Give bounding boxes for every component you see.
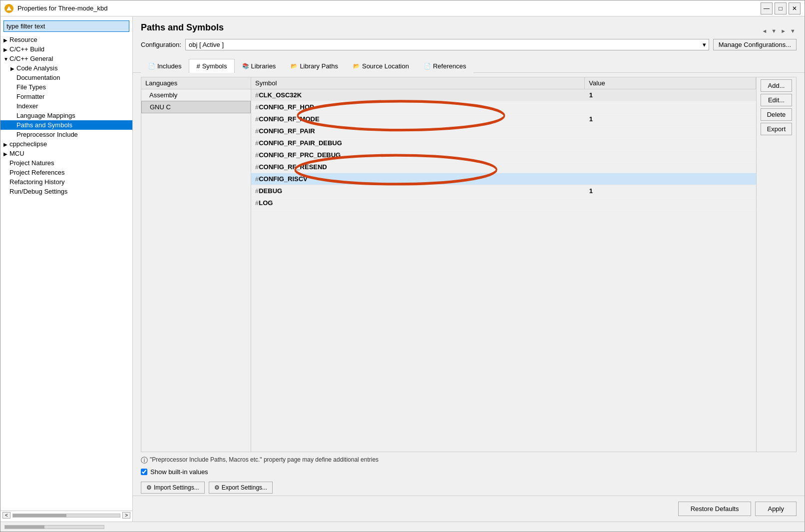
export-settings-button[interactable]: ⚙ Export Settings... (209, 482, 273, 494)
filter-input[interactable] (3, 20, 129, 32)
value-cell (585, 149, 756, 161)
status-bar (0, 522, 805, 532)
nav-back-icon[interactable]: ◄ (761, 27, 768, 35)
sidebar-item-file-types[interactable]: File Types (0, 82, 132, 92)
table-row[interactable]: #CONFIG_RF_PRC_DEBUG (251, 149, 756, 161)
nav-arrows: ◄ ▼ ► ▼ (761, 27, 797, 35)
tab-references-label: References (433, 62, 466, 70)
value-cell: 1 (585, 113, 756, 125)
languages-header: Languages (141, 77, 251, 89)
symbols-table-wrapper: Symbol Value #CLK_OSC32K 1 #CONFIG_RF (251, 77, 756, 452)
delete-button[interactable]: Delete (761, 108, 792, 121)
edit-button[interactable]: Edit... (761, 94, 792, 106)
info-text: "Preprocessor Include Paths, Macros etc.… (150, 456, 379, 463)
value-cell: 1 (585, 185, 756, 197)
config-select-wrapper[interactable]: obj [ Active ] (185, 39, 709, 50)
add-button[interactable]: Add... (761, 79, 792, 92)
table-row[interactable]: #CONFIG_RF_RESEND (251, 161, 756, 173)
tab-library-paths-label: Library Paths (300, 62, 338, 70)
sidebar-item-project-references[interactable]: Project References (0, 168, 132, 177)
info-row: ⓘ "Preprocessor Include Paths, Macros et… (141, 452, 797, 467)
export-icon: ⚙ (214, 484, 220, 491)
buttons-panel: Add... Edit... Delete Export (756, 77, 796, 452)
status-scrollbar-thumb (5, 526, 44, 529)
table-row[interactable]: #CONFIG_RF_PAIR (251, 125, 756, 137)
symbol-cell: #CONFIG_RF_PAIR_DEBUG (251, 137, 585, 149)
symbols-list: #CLK_OSC32K 1 #CONFIG_RF_HOP #CONFIG_RF_… (251, 89, 756, 452)
sidebar-item-cpp-build[interactable]: ▶C/C++ Build (0, 44, 132, 54)
table-row[interactable]: #CONFIG_RISCV (251, 173, 756, 185)
nav-forward-icon[interactable]: ► (780, 27, 787, 35)
tab-symbols-label: Symbols (202, 62, 227, 70)
sidebar-item-indexer[interactable]: Indexer (0, 101, 132, 111)
table-row[interactable]: #LOG (251, 197, 756, 209)
show-builtin-label: Show built-in values (150, 468, 208, 476)
close-button[interactable]: ✕ (789, 2, 801, 14)
export-button[interactable]: Export (761, 123, 792, 135)
tab-libraries[interactable]: 📚 Libraries (235, 59, 284, 73)
config-select[interactable]: obj [ Active ] (185, 39, 709, 50)
footer: Restore Defaults Apply (133, 496, 805, 522)
table-row[interactable]: #CONFIG_RF_MODE 1 (251, 113, 756, 125)
show-builtin-checkbox[interactable] (141, 469, 147, 475)
sidebar-item-documentation[interactable]: Documentation (0, 73, 132, 82)
tab-includes[interactable]: 📄 Includes (141, 59, 189, 73)
minimize-button[interactable]: — (761, 2, 773, 14)
value-cell: 1 (585, 89, 756, 101)
sidebar-item-paths-symbols[interactable]: Paths and Symbols (0, 120, 132, 130)
sidebar-item-code-analysis[interactable]: ▶Code Analysis (0, 63, 132, 73)
sidebar-item-cpp-general[interactable]: ▼C/C++ General (0, 54, 132, 63)
filter-input-wrapper[interactable] (3, 20, 129, 32)
value-cell (585, 173, 756, 185)
languages-panel: Languages Assembly GNU C (141, 77, 251, 452)
symbol-col-header: Symbol (251, 77, 585, 89)
sidebar-item-resource[interactable]: ▶Resource (0, 35, 132, 44)
main-content: ▶Resource ▶C/C++ Build ▼C/C++ General ▶C… (0, 16, 805, 522)
table-row[interactable]: #CLK_OSC32K 1 (251, 89, 756, 101)
main-window: Properties for Three-mode_kbd — □ ✕ ▶Res… (0, 0, 805, 532)
tab-source-location[interactable]: 📂 Source Location (346, 59, 416, 73)
restore-defaults-button[interactable]: Restore Defaults (678, 502, 752, 516)
sidebar-item-mcu[interactable]: ▶MCU (0, 149, 132, 158)
sidebar-right-arrow[interactable]: > (122, 512, 130, 519)
language-assembly[interactable]: Assembly (141, 89, 251, 101)
table-row[interactable]: #CONFIG_RF_PAIR_DEBUG (251, 137, 756, 149)
sidebar-item-language-mappings[interactable]: Language Mappings (0, 111, 132, 120)
language-gnu-c[interactable]: GNU C (141, 101, 251, 113)
svg-marker-0 (6, 6, 11, 10)
title-bar: Properties for Three-mode_kbd — □ ✕ (0, 0, 805, 16)
sidebar-item-formatter[interactable]: Formatter (0, 92, 132, 101)
tab-references[interactable]: 📄 References (416, 59, 473, 73)
apply-button[interactable]: Apply (755, 502, 797, 516)
table-row[interactable]: #CONFIG_RF_HOP (251, 101, 756, 113)
symbol-cell: #LOG (251, 197, 585, 209)
config-label: Configuration: (141, 41, 181, 48)
sidebar-item-refactoring-history[interactable]: Refactoring History (0, 177, 132, 187)
sidebar-left-arrow[interactable]: < (2, 512, 10, 519)
manage-configurations-button[interactable]: Manage Configurations... (713, 39, 797, 50)
sidebar-item-cppcheclipse[interactable]: ▶cppcheclipse (0, 139, 132, 149)
import-icon: ⚙ (146, 484, 152, 491)
maximize-button[interactable]: □ (775, 2, 787, 14)
source-location-tab-icon: 📂 (353, 63, 360, 69)
symbols-tab-icon: # (196, 62, 200, 70)
import-settings-button[interactable]: ⚙ Import Settings... (141, 482, 205, 494)
window-controls: — □ ✕ (761, 2, 801, 14)
nav-down2-icon[interactable]: ▼ (789, 27, 797, 35)
sidebar-item-run-debug-settings[interactable]: Run/Debug Settings (0, 187, 132, 196)
right-panel: Paths and Symbols ◄ ▼ ► ▼ Configuration:… (133, 16, 805, 522)
symbols-header: Symbol Value (251, 77, 756, 89)
import-settings-label: Import Settings... (154, 484, 199, 491)
status-scrollbar (4, 525, 104, 529)
sidebar-item-project-natures[interactable]: Project Natures (0, 158, 132, 168)
tab-includes-label: Includes (157, 62, 181, 70)
sidebar-item-preprocessor-include[interactable]: Preprocessor Include (0, 130, 132, 139)
value-cell (585, 161, 756, 173)
table-row[interactable]: #DEBUG 1 (251, 185, 756, 197)
tab-symbols[interactable]: # Symbols (189, 59, 234, 73)
nav-down-icon[interactable]: ▼ (770, 27, 778, 35)
sidebar: ▶Resource ▶C/C++ Build ▼C/C++ General ▶C… (0, 16, 133, 522)
tab-library-paths[interactable]: 📂 Library Paths (283, 59, 346, 73)
export-settings-label: Export Settings... (222, 484, 267, 491)
symbol-cell: #CONFIG_RF_RESEND (251, 161, 585, 173)
